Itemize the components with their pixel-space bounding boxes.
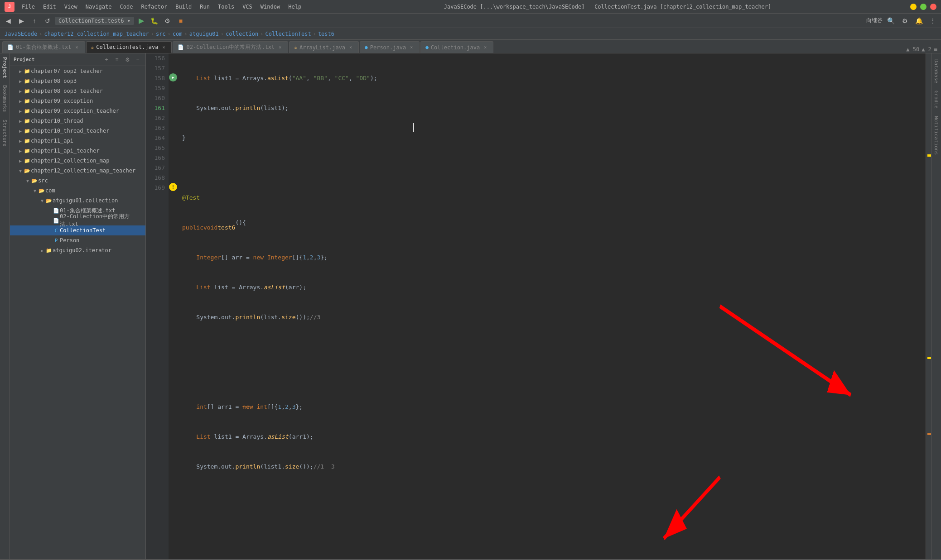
breadcrumb-test6[interactable]: test6 (318, 31, 334, 37)
gutter-markers: ▶ ! (169, 53, 178, 559)
menu-item-view[interactable]: View (61, 2, 81, 11)
tree-chapter10a[interactable]: ▶ 📁 chapter10_thread (10, 116, 145, 126)
folder-icon-chapter12a: 📁 (24, 158, 31, 164)
tab-person[interactable]: ● Person.java × (360, 41, 420, 53)
minimize-button[interactable] (910, 4, 917, 10)
tree-com[interactable]: ▼ 📂 com (10, 186, 145, 196)
tab-txt2-close[interactable]: × (277, 44, 283, 51)
bookmarks-tab[interactable]: Bookmarks (0, 81, 10, 116)
tree-chapter12a[interactable]: ▶ 📁 chapter12_collection_map (10, 156, 145, 166)
menu-item-refactor[interactable]: Refactor (137, 2, 171, 11)
tab-txt1[interactable]: 📄 01-集合框架概述.txt × (2, 41, 85, 53)
breadcrumb-src[interactable]: src (156, 31, 166, 37)
tree-chapter07[interactable]: ▶ 📁 chapter07_oop2_teacher (10, 66, 145, 76)
editor-scrollbar[interactable] (926, 53, 931, 559)
editor-tabs: 📄 01-集合框架概述.txt × ☕ CollectionTest.java … (0, 40, 941, 53)
menu-item-edit[interactable]: Edit (39, 2, 60, 11)
tab-person-close[interactable]: × (408, 44, 415, 51)
search-everywhere-button[interactable]: 🔍 (885, 15, 897, 26)
line-num-165: 165 (146, 143, 165, 153)
tree-chapter12b[interactable]: ▼ 📂 chapter12_collection_map_teacher (10, 166, 145, 176)
menu-item-vcs[interactable]: VCS (239, 2, 256, 11)
database-tab[interactable]: Database (931, 56, 941, 87)
folder-icon-chapter09a: 📁 (24, 98, 31, 104)
stop-button[interactable]: ■ (175, 15, 187, 26)
sidebar-collapse-btn[interactable]: ≡ (113, 56, 121, 64)
tree-chapter11b[interactable]: ▶ 📁 chapter11_api_teacher (10, 146, 145, 156)
tab-collection[interactable]: ● Collection.java × (420, 41, 493, 53)
breadcrumb-atguigu[interactable]: atguigu01 (189, 31, 219, 37)
nav-breadcrumb[interactable]: CollectionTest.test6 ▾ (55, 17, 134, 25)
code-line-163: List list = Arrays.asList(arr); (182, 282, 926, 292)
sidebar-settings-btn[interactable]: ⚙ (123, 56, 131, 64)
menu-item-run[interactable]: Run (196, 2, 213, 11)
tree-label-atguigu02: atguigu02.iterator (53, 247, 111, 254)
breadcrumb-collection[interactable]: collection (226, 31, 258, 37)
tree-chapter09b[interactable]: ▶ 📁 chapter09_exception_teacher (10, 106, 145, 116)
tabs-right-controls: ▲ 50 ▲ 2 ≡ (906, 46, 941, 53)
menu-item-navigate[interactable]: Navigate (82, 2, 116, 11)
tree-chapter08a[interactable]: ▶ 📁 chapter08_oop3 (10, 76, 145, 86)
right-side-tabs: Database Gradle Notifications (931, 53, 941, 559)
breadcrumb-collectiontest[interactable]: CollectionTest (265, 31, 311, 37)
menu-item-code[interactable]: Code (116, 2, 137, 11)
tab-txt1-close[interactable]: × (74, 44, 80, 51)
tab-arraylist[interactable]: ☕ ArrayList.java × (289, 41, 359, 53)
project-tab[interactable]: Project (0, 53, 10, 81)
nav-reload-button[interactable]: ↺ (42, 15, 53, 26)
tree-chapter10b[interactable]: ▶ 📁 chapter10_thread_teacher (10, 126, 145, 136)
nav-forward-button[interactable]: ▶ (15, 15, 27, 26)
tree-chapter09a[interactable]: ▶ 📁 chapter09_exception (10, 96, 145, 106)
tab-txt2[interactable]: 📄 02-Collection中的常用方法.txt × (173, 41, 288, 53)
tree-label-com: com (45, 187, 55, 194)
tab-txt1-label: 01-集合框架概述.txt (16, 43, 72, 51)
warning-gutter-icon-169: ! (169, 183, 177, 191)
breadcrumb-javase[interactable]: JavaSECode (5, 31, 37, 37)
menu-item-window[interactable]: Window (257, 2, 284, 11)
folder-icon-chapter10b: 📁 (24, 128, 31, 134)
breadcrumb-chapter[interactable]: chapter12_collection_map_teacher (44, 31, 149, 37)
tab-collectiontest[interactable]: ☕ CollectionTest.java × (86, 41, 172, 53)
nav-back-button[interactable]: ◀ (2, 15, 14, 26)
run-config-button[interactable]: ⚙ (162, 15, 174, 26)
person-icon: P (53, 238, 60, 244)
breadcrumb-com[interactable]: com (173, 31, 183, 37)
run-button[interactable]: ▶ (135, 15, 147, 26)
line-numbers: 156 157 158 159 160 161 162 163 164 165 … (146, 53, 169, 559)
tree-chapter11a[interactable]: ▶ 📁 chapter11_api (10, 136, 145, 146)
tree-file-txt2[interactable]: 📄 02-Collection中的常用方法.txt (10, 215, 145, 225)
notifications-side-tab[interactable]: Notifications (931, 112, 941, 158)
title-bar: J FileEditViewNavigateCodeRefactorBuildR… (0, 0, 941, 14)
close-button[interactable] (930, 4, 936, 10)
maximize-button[interactable] (920, 4, 927, 10)
code-line-158: } (182, 133, 926, 143)
code-container[interactable]: 156 157 158 159 160 161 162 163 164 165 … (146, 53, 941, 559)
more-button[interactable]: ⋮ (927, 15, 939, 26)
tree-chapter08b[interactable]: ▶ 📁 chapter08_oop3_teacher (10, 86, 145, 96)
settings-button[interactable]: ⚙ (899, 15, 911, 26)
menu-item-build[interactable]: Build (172, 2, 195, 11)
tree-src[interactable]: ▼ 📂 src (10, 176, 145, 186)
tab-collectiontest-close[interactable]: × (160, 44, 167, 50)
editor-settings-button[interactable]: ≡ (934, 46, 937, 53)
structure-tab[interactable]: Structure (0, 116, 10, 150)
tree-atguigu02[interactable]: ▶ 📁 atguigu02.iterator (10, 245, 145, 255)
run-gutter-icon-161[interactable]: ▶ (169, 73, 177, 81)
tree-label-person: Person (60, 237, 79, 244)
sidebar-add-btn[interactable]: ＋ (102, 56, 111, 64)
scroll-error-marker (927, 433, 931, 435)
gradle-tab[interactable]: Gradle (931, 87, 941, 112)
tree-atguigu01[interactable]: ▼ 📂 atguigu01.collection (10, 196, 145, 206)
nav-up-button[interactable]: ↑ (29, 15, 40, 26)
tab-arraylist-label: ArrayList.java (299, 44, 345, 51)
debug-button[interactable]: 🐛 (149, 15, 160, 26)
menu-item-tools[interactable]: Tools (214, 2, 238, 11)
menu-item-help[interactable]: Help (285, 2, 305, 11)
tab-collection-close[interactable]: × (482, 44, 488, 51)
tree-file-person[interactable]: P Person (10, 235, 145, 245)
tab-arraylist-close[interactable]: × (347, 44, 354, 51)
sidebar-close-btn[interactable]: − (134, 56, 142, 64)
notifications-button[interactable]: 🔔 (913, 15, 925, 26)
code-editor[interactable]: List list1 = Arrays.asList("AA", "BB", "… (178, 53, 926, 559)
menu-item-file[interactable]: File (18, 2, 39, 11)
